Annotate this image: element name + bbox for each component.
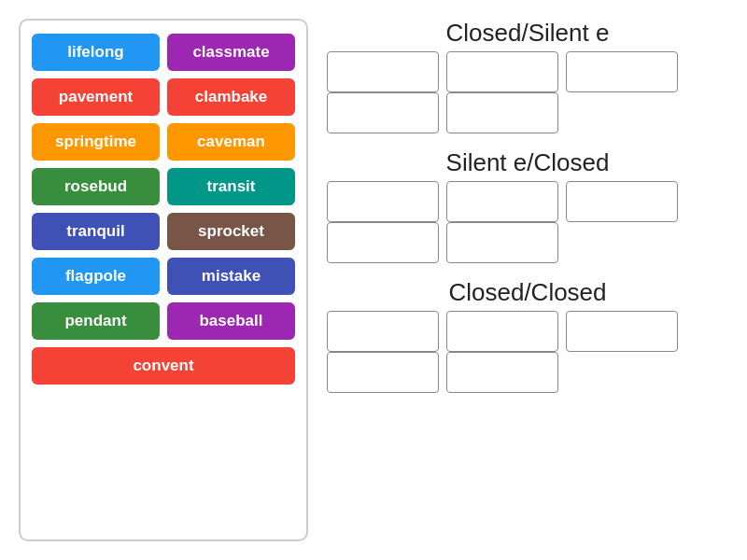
drop-zone-row-closed-silent-e-1 bbox=[327, 92, 728, 133]
drop-box[interactable] bbox=[566, 51, 678, 92]
drop-zone-row-silent-e-closed-1 bbox=[327, 222, 728, 263]
drop-zone-row-closed-closed-0 bbox=[327, 311, 728, 352]
drop-box[interactable] bbox=[446, 352, 558, 393]
drop-zone-row-closed-closed-1 bbox=[327, 352, 728, 393]
drop-box[interactable] bbox=[327, 92, 439, 133]
drop-zone-row-silent-e-closed-0 bbox=[327, 181, 728, 222]
drop-box[interactable] bbox=[327, 181, 439, 222]
word-tile-convent[interactable]: convent bbox=[32, 347, 295, 385]
drop-box[interactable] bbox=[446, 51, 558, 92]
section-title-closed-closed: Closed/Closed bbox=[327, 278, 728, 307]
word-tile-lifelong[interactable]: lifelong bbox=[32, 34, 160, 71]
drop-box[interactable] bbox=[446, 181, 558, 222]
word-tile-pavement[interactable]: pavement bbox=[32, 78, 160, 116]
word-tile-clambake[interactable]: clambake bbox=[167, 78, 295, 116]
word-tile-caveman[interactable]: caveman bbox=[167, 123, 295, 161]
section-title-closed-silent-e: Closed/Silent e bbox=[327, 19, 728, 48]
word-tile-classmate[interactable]: classmate bbox=[167, 34, 295, 71]
word-tile-baseball[interactable]: baseball bbox=[167, 302, 295, 340]
word-tile-springtime[interactable]: springtime bbox=[32, 123, 160, 161]
word-bank: lifelongclassmatepavementclambakespringt… bbox=[19, 19, 308, 541]
word-tile-flagpole[interactable]: flagpole bbox=[32, 258, 160, 295]
drop-box[interactable] bbox=[446, 311, 558, 352]
section-title-silent-e-closed: Silent e/Closed bbox=[327, 148, 728, 177]
drop-box[interactable] bbox=[446, 92, 558, 133]
drop-box[interactable] bbox=[327, 51, 439, 92]
drop-box[interactable] bbox=[327, 222, 439, 263]
section-closed-silent-e: Closed/Silent e bbox=[327, 19, 728, 133]
word-tile-tranquil[interactable]: tranquil bbox=[32, 213, 160, 250]
drop-zone-row-closed-silent-e-0 bbox=[327, 51, 728, 92]
section-silent-e-closed: Silent e/Closed bbox=[327, 148, 728, 263]
word-tile-mistake[interactable]: mistake bbox=[167, 258, 295, 295]
drop-box[interactable] bbox=[566, 181, 678, 222]
section-closed-closed: Closed/Closed bbox=[327, 278, 728, 393]
word-tile-sprocket[interactable]: sprocket bbox=[167, 213, 295, 250]
sort-panel: Closed/Silent eSilent e/ClosedClosed/Clo… bbox=[327, 19, 728, 541]
main-container: lifelongclassmatepavementclambakespringt… bbox=[0, 0, 747, 560]
drop-box[interactable] bbox=[446, 222, 558, 263]
drop-box[interactable] bbox=[327, 311, 439, 352]
word-tile-transit[interactable]: transit bbox=[167, 168, 295, 205]
word-tile-pendant[interactable]: pendant bbox=[32, 302, 160, 340]
drop-box[interactable] bbox=[566, 311, 678, 352]
word-tile-rosebud[interactable]: rosebud bbox=[32, 168, 160, 205]
drop-box[interactable] bbox=[327, 352, 439, 393]
